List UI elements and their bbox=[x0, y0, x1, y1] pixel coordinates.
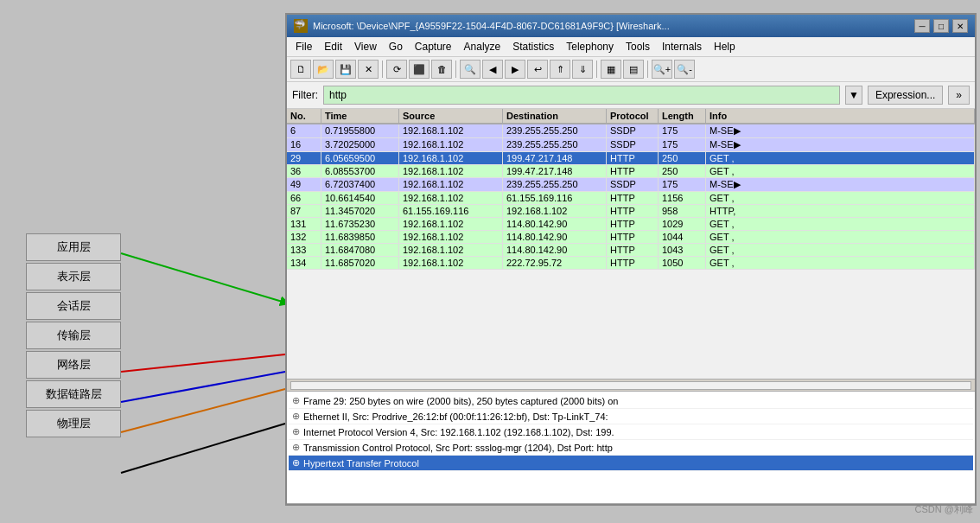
list-item[interactable]: ⊕Frame 29: 250 bytes on wire (2000 bits)… bbox=[289, 393, 973, 409]
svg-line-0 bbox=[121, 253, 285, 303]
list-item[interactable]: ⊕Internet Protocol Version 4, Src: 192.1… bbox=[289, 424, 973, 440]
filter-dropdown[interactable]: ▼ bbox=[845, 86, 862, 105]
osi-layer-session: 会话层 bbox=[26, 292, 121, 320]
expand-icon[interactable]: ⊕ bbox=[292, 457, 300, 469]
svg-line-2 bbox=[121, 354, 285, 372]
header-no: No. bbox=[287, 109, 321, 123]
header-source: Source bbox=[399, 109, 503, 123]
toolbar-goto[interactable]: ↩ bbox=[527, 60, 548, 79]
menu-bar: File Edit View Go Capture Analyze Statis… bbox=[287, 37, 975, 57]
filter-expression-button[interactable]: Expression... bbox=[868, 86, 943, 105]
detail-text: Ethernet II, Src: Prodrive_26:12:bf (00:… bbox=[303, 411, 608, 422]
table-row[interactable]: 16 3.72025000 192.168.1.102 239.255.255.… bbox=[287, 138, 975, 152]
menu-internals[interactable]: Internals bbox=[657, 39, 707, 54]
svg-line-1 bbox=[121, 424, 285, 473]
packet-rows[interactable]: 6 0.71955800 192.168.1.102 239.255.255.2… bbox=[287, 124, 975, 379]
toolbar-restart[interactable]: ⟳ bbox=[386, 60, 407, 79]
expand-icon[interactable]: ⊕ bbox=[292, 411, 300, 422]
menu-view[interactable]: View bbox=[349, 39, 382, 54]
list-item[interactable]: ⊕Ethernet II, Src: Prodrive_26:12:bf (00… bbox=[289, 409, 973, 424]
toolbar-new[interactable]: 🗋 bbox=[290, 60, 311, 79]
header-info: Info bbox=[706, 109, 975, 123]
menu-analyze[interactable]: Analyze bbox=[459, 39, 506, 54]
toolbar-open[interactable]: 📂 bbox=[313, 60, 334, 79]
toolbar-view2[interactable]: ▤ bbox=[623, 60, 644, 79]
toolbar-view1[interactable]: ▦ bbox=[601, 60, 621, 79]
toolbar: 🗋 📂 💾 ✕ ⟳ ⬛ 🗑 🔍 ◀ ▶ ↩ ⇑ ⇓ ▦ ▤ 🔍+ 🔍- bbox=[287, 57, 975, 82]
title-bar: 🦈 Microsoft: \Device\NPF_{A9559F22-1504-… bbox=[287, 15, 975, 37]
toolbar-sep4 bbox=[647, 61, 648, 78]
table-row[interactable]: 6 0.71955800 192.168.1.102 239.255.255.2… bbox=[287, 124, 975, 138]
expand-icon[interactable]: ⊕ bbox=[292, 442, 300, 453]
menu-go[interactable]: Go bbox=[384, 39, 408, 54]
table-row[interactable]: 87 11.3457020 61.155.169.116 192.168.1.1… bbox=[287, 205, 975, 218]
list-item[interactable]: ⊕Hypertext Transfer Protocol bbox=[289, 456, 973, 471]
title-text: Microsoft: \Device\NPF_{A9559F22-1504-4F… bbox=[313, 21, 670, 31]
toolbar-save[interactable]: 💾 bbox=[335, 60, 356, 79]
detail-panel[interactable]: ⊕Frame 29: 250 bytes on wire (2000 bits)… bbox=[287, 392, 975, 504]
toolbar-sep1 bbox=[382, 61, 383, 78]
osi-diagram: 应用层 表示层 会话层 传输层 网络层 数据链路层 物理层 bbox=[26, 233, 121, 439]
close-button[interactable]: ✕ bbox=[952, 19, 968, 33]
restore-button[interactable]: □ bbox=[933, 19, 949, 33]
table-row[interactable]: 29 6.05659500 192.168.1.102 199.47.217.1… bbox=[287, 152, 975, 165]
toolbar-search[interactable]: 🔍 bbox=[460, 60, 480, 79]
toolbar-first[interactable]: ⇑ bbox=[550, 60, 570, 79]
menu-telephony[interactable]: Telephony bbox=[561, 39, 619, 54]
toolbar-stop[interactable]: ⬛ bbox=[409, 60, 430, 79]
menu-statistics[interactable]: Statistics bbox=[507, 39, 559, 54]
menu-tools[interactable]: Tools bbox=[620, 39, 655, 54]
menu-file[interactable]: File bbox=[290, 39, 317, 54]
menu-edit[interactable]: Edit bbox=[319, 39, 347, 54]
header-time: Time bbox=[321, 109, 399, 123]
svg-line-4 bbox=[121, 389, 285, 432]
osi-layer-transport: 传输层 bbox=[26, 322, 121, 349]
window-controls[interactable]: ─ □ ✕ bbox=[914, 19, 968, 33]
toolbar-sep3 bbox=[596, 61, 597, 78]
table-row[interactable]: 132 11.6839850 192.168.1.102 114.80.142.… bbox=[287, 231, 975, 244]
detail-text: Internet Protocol Version 4, Src: 192.16… bbox=[303, 427, 614, 437]
title-bar-left: 🦈 Microsoft: \Device\NPF_{A9559F22-1504-… bbox=[294, 19, 670, 33]
svg-line-3 bbox=[121, 372, 285, 402]
filter-input[interactable] bbox=[323, 86, 840, 105]
toolbar-back[interactable]: ◀ bbox=[482, 60, 503, 79]
menu-capture[interactable]: Capture bbox=[410, 39, 457, 54]
table-row[interactable]: 131 11.6735230 192.168.1.102 114.80.142.… bbox=[287, 218, 975, 231]
osi-layer-application: 应用层 bbox=[26, 233, 121, 261]
watermark: CSDN @利峰 bbox=[915, 503, 973, 516]
list-item[interactable]: ⊕Transmission Control Protocol, Src Port… bbox=[289, 440, 973, 456]
hscroll-track[interactable] bbox=[290, 381, 971, 390]
detail-text: Frame 29: 250 bytes on wire (2000 bits),… bbox=[303, 396, 618, 406]
expand-icon[interactable]: ⊕ bbox=[292, 395, 300, 406]
toolbar-zoom-out[interactable]: 🔍- bbox=[674, 60, 695, 79]
detail-text: Hypertext Transfer Protocol bbox=[303, 458, 419, 469]
table-row[interactable]: 133 11.6847080 192.168.1.102 114.80.142.… bbox=[287, 244, 975, 257]
osi-layer-physical: 物理层 bbox=[26, 410, 121, 437]
toolbar-zoom-in[interactable]: 🔍+ bbox=[652, 60, 672, 79]
minimize-button[interactable]: ─ bbox=[914, 19, 930, 33]
header-protocol: Protocol bbox=[607, 109, 659, 123]
table-row[interactable]: 66 10.6614540 192.168.1.102 61.155.169.1… bbox=[287, 192, 975, 205]
filter-extra-button[interactable]: » bbox=[948, 86, 970, 105]
toolbar-forward[interactable]: ▶ bbox=[505, 60, 525, 79]
osi-layer-presentation: 表示层 bbox=[26, 263, 121, 290]
osi-layer-datalink: 数据链路层 bbox=[26, 380, 121, 408]
menu-help[interactable]: Help bbox=[709, 39, 741, 54]
header-length: Length bbox=[659, 109, 706, 123]
toolbar-last[interactable]: ⇓ bbox=[572, 60, 593, 79]
table-row[interactable]: 36 6.08553700 192.168.1.102 199.47.217.1… bbox=[287, 165, 975, 178]
horizontal-scrollbar[interactable] bbox=[287, 379, 975, 391]
toolbar-sep2 bbox=[455, 61, 456, 78]
header-destination: Destination bbox=[503, 109, 607, 123]
packet-list-header: No. Time Source Destination Protocol Len… bbox=[287, 109, 975, 124]
table-row[interactable]: 49 6.72037400 192.168.1.102 239.255.255.… bbox=[287, 178, 975, 192]
packet-list-container: No. Time Source Destination Protocol Len… bbox=[287, 109, 975, 392]
toolbar-delete[interactable]: 🗑 bbox=[431, 60, 452, 79]
app-icon: 🦈 bbox=[294, 19, 308, 33]
expand-icon[interactable]: ⊕ bbox=[292, 426, 300, 437]
wireshark-window: 🦈 Microsoft: \Device\NPF_{A9559F22-1504-… bbox=[285, 13, 977, 506]
table-row[interactable]: 134 11.6857020 192.168.1.102 222.72.95.7… bbox=[287, 257, 975, 270]
osi-layer-network: 网络层 bbox=[26, 351, 121, 379]
filter-label: Filter: bbox=[292, 89, 318, 101]
toolbar-close[interactable]: ✕ bbox=[358, 60, 379, 79]
